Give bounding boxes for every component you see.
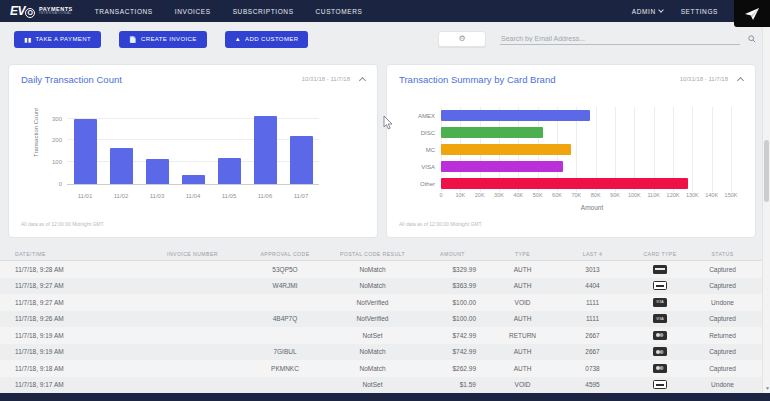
x-tick-label: 50K: [533, 192, 543, 198]
evo-logo-mark: EVO: [10, 4, 35, 18]
card-type-cell: [630, 281, 690, 290]
table-row[interactable]: 11/7/18, 9:27 AMW4RJMINoMatch$363.99AUTH…: [0, 278, 770, 295]
bar-chart-plot-area: 0100200300: [67, 113, 319, 185]
nav-item-subscriptions[interactable]: SUBSCRIPTIONS: [233, 8, 294, 15]
table-row[interactable]: 11/7/18, 9:28 AM53QP5ONoMatch$329.99AUTH…: [0, 261, 770, 278]
x-tick-label: 30K: [494, 192, 504, 198]
create-invoice-button[interactable]: 📄 CREATE INVOICE: [119, 31, 207, 48]
table-cell: VOID: [490, 381, 555, 388]
bar-11/07[interactable]: [290, 136, 313, 184]
x-tick-label: 11/03: [146, 193, 169, 199]
table-cell: 4595: [555, 381, 630, 388]
search-icon[interactable]: [748, 35, 756, 43]
table-cell: NotVerified: [330, 315, 415, 322]
table-cell: 7GIBUL: [240, 348, 330, 355]
date-range: 10/31/18 - 11/7/18: [680, 74, 728, 82]
table-row[interactable]: 11/7/18, 9:26 AM4B4P7QNotVerified$100.00…: [0, 311, 770, 328]
scrollbar-thumb[interactable]: [764, 140, 769, 202]
table-cell: Captured: [690, 365, 755, 372]
search-wrap: [500, 33, 756, 45]
bar-track: [441, 141, 731, 158]
card-type-cell: [630, 314, 690, 323]
table-cell: 2667: [555, 332, 630, 339]
bar-11/03[interactable]: [146, 159, 169, 184]
nav-item-customers[interactable]: CUSTOMERS: [316, 8, 363, 15]
nav-item-invoices[interactable]: INVOICES: [175, 8, 211, 15]
table-cell: Undone: [690, 299, 755, 306]
table-cell: 11/7/18, 9:19 AM: [15, 332, 145, 339]
invoice-file-icon: 📄: [129, 36, 137, 43]
card-title: Daily Transaction Count: [21, 74, 122, 85]
column-header[interactable]: LAST 4: [555, 251, 630, 257]
settings-label: SETTINGS: [681, 8, 718, 15]
search-settings-button[interactable]: ⚙: [438, 31, 486, 47]
vertical-scrollbar[interactable]: ▼: [762, 22, 770, 393]
column-header[interactable]: INVOICE NUMBER: [145, 251, 240, 257]
table-cell: AUTH: [490, 348, 555, 355]
collapse-chevron-up-icon[interactable]: [359, 77, 366, 84]
collapse-chevron-up-icon[interactable]: [737, 77, 744, 84]
table-cell: $1.59: [415, 381, 490, 388]
table-row[interactable]: 11/7/18, 9:18 AMPKMNKCNoMatch$262.99AUTH…: [0, 360, 770, 377]
nav-item-transactions[interactable]: TRANSACTIONS: [95, 8, 153, 15]
y-tick-label: 0: [59, 181, 62, 187]
send-overlay[interactable]: [734, 0, 770, 27]
scrollbar-down-arrow-icon[interactable]: ▼: [765, 385, 770, 391]
table-cell: NotVerified: [330, 299, 415, 306]
column-header[interactable]: AMOUNT: [415, 251, 490, 257]
table-row[interactable]: 11/7/18, 9:17 AMNotSet$1.59VOID4595Undon…: [0, 377, 770, 394]
brand-row-amex: AMEX: [401, 107, 743, 124]
payments-dashboard: EVO PAYMENTS INTERNATIONAL TRANSACTIONSI…: [0, 0, 770, 401]
evo-logo[interactable]: EVO PAYMENTS INTERNATIONAL: [10, 4, 73, 18]
table-cell: $363.99: [415, 282, 490, 289]
table-cell: NoMatch: [330, 282, 415, 289]
column-header[interactable]: APPROVAL CODE: [240, 251, 330, 257]
add-customer-button[interactable]: ▲ ADD CUSTOMER: [225, 31, 309, 48]
take-a-payment-button[interactable]: ▮▮ TAKE A PAYMENT: [14, 31, 101, 48]
bar-track: [441, 107, 731, 124]
horizontal-bars: AMEXDISCMCVISAOther: [401, 107, 743, 192]
column-header[interactable]: STATUS: [690, 251, 755, 257]
column-header[interactable]: TYPE: [490, 251, 555, 257]
bar-visa[interactable]: [441, 161, 563, 172]
bar-11/02[interactable]: [110, 148, 133, 184]
x-tick-label: 40K: [513, 192, 523, 198]
bar-track: [441, 175, 731, 192]
bar-disc[interactable]: [441, 127, 543, 138]
table-cell: NoMatch: [330, 348, 415, 355]
table-cell: Captured: [690, 315, 755, 322]
admin-menu[interactable]: ADMIN: [632, 8, 663, 15]
top-nav: EVO PAYMENTS INTERNATIONAL TRANSACTIONSI…: [0, 0, 770, 22]
bar-11/06[interactable]: [254, 116, 277, 184]
x-tick-label: 80K: [591, 192, 601, 198]
table-row[interactable]: 11/7/18, 9:19 AM7GIBULNoMatch$742.99AUTH…: [0, 344, 770, 361]
column-header[interactable]: POSTAL CODE RESULT: [330, 251, 415, 257]
brand-row-mc: MC: [401, 141, 743, 158]
column-header[interactable]: DATE/TIME: [15, 251, 145, 257]
table-row[interactable]: 11/7/18, 9:27 AMNotVerified$100.00VOID11…: [0, 294, 770, 311]
table-cell: 11/7/18, 9:27 AM: [15, 282, 145, 289]
table-row[interactable]: 11/7/18, 9:19 AMNotSet$742.99RETURN2667R…: [0, 327, 770, 344]
column-header[interactable]: CARD TYPE: [630, 251, 690, 257]
bar-mc[interactable]: [441, 144, 571, 155]
card-brand-summary-card: Transaction Summary by Card Brand 10/31/…: [386, 64, 756, 238]
visa-card-icon: [653, 314, 667, 323]
table-cell: VOID: [490, 299, 555, 306]
table-cell: 11/7/18, 9:19 AM: [15, 348, 145, 355]
search-input[interactable]: [500, 33, 740, 45]
bar-11/01[interactable]: [74, 119, 97, 184]
x-tick-label: 11/05: [218, 193, 241, 199]
bar-11/04[interactable]: [182, 175, 205, 184]
settings-menu[interactable]: SETTINGS: [681, 8, 718, 15]
table-cell: AUTH: [490, 315, 555, 322]
bar-amex[interactable]: [441, 110, 590, 121]
table-cell: NotSet: [330, 332, 415, 339]
bar-11/05[interactable]: [218, 158, 241, 184]
table-cell: NoMatch: [330, 365, 415, 372]
x-tick-label: 11/07: [290, 193, 313, 199]
evo-logo-o: O: [25, 8, 35, 18]
y-tick-label: 100: [52, 159, 62, 165]
bar-track: [441, 124, 731, 141]
table-cell: 2667: [555, 348, 630, 355]
bar-other[interactable]: [441, 178, 688, 189]
